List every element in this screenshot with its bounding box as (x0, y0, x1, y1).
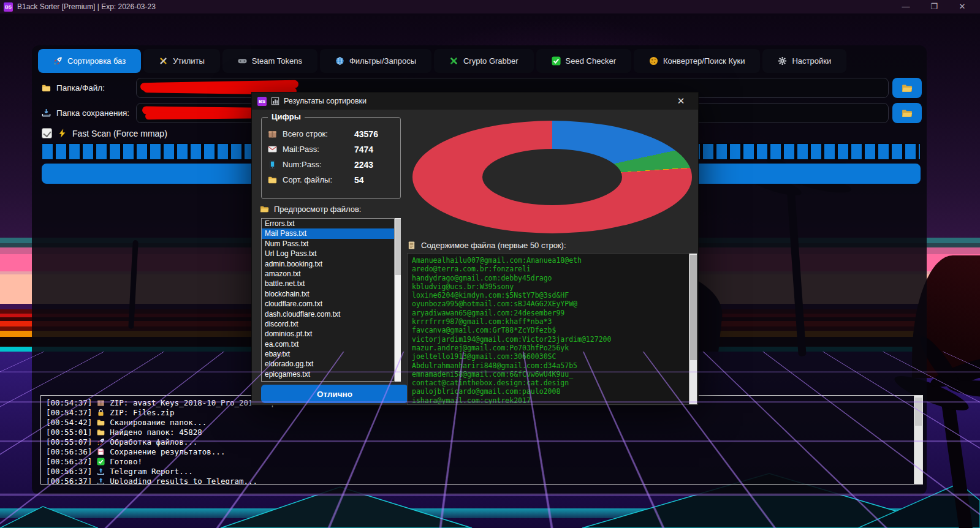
ok-button[interactable]: Отлично (261, 385, 408, 403)
file-list-scrollbar-thumb[interactable] (395, 219, 401, 275)
file-item[interactable]: amazon.txt (262, 269, 400, 279)
content-scrollbar[interactable] (689, 254, 697, 404)
log-line: [00:55:01]Найдено папок: 45828 (46, 427, 911, 437)
save-folder-label: Папка сохранения: (42, 108, 129, 118)
save-icon (42, 108, 51, 118)
lightning-icon (58, 129, 67, 138)
file-item[interactable]: ebay.txt (262, 349, 400, 359)
file-item[interactable]: Mail Pass.txt (262, 228, 400, 238)
files-preview-label: Предпросмотр файлов: (260, 205, 361, 214)
content-line: handydrago@gmail.com:debby45drago (412, 274, 687, 282)
tab-label: Steam Tokens (252, 56, 302, 66)
file-item[interactable]: admin.booking.txt (262, 259, 400, 269)
browse-source-button[interactable] (892, 78, 922, 98)
browse-save-button[interactable] (892, 103, 922, 123)
stats-legend: Цифры (268, 112, 305, 121)
folder-icon (97, 418, 105, 426)
restore-button[interactable]: ❐ (920, 0, 948, 13)
log-line: [00:54:37]ZIP: Files.zip (46, 407, 911, 417)
envelope-icon (268, 145, 277, 154)
donut-chart-ring (412, 121, 692, 233)
content-line: contact@catinthebox.design:cat.design (412, 379, 687, 387)
file-item[interactable]: discord.txt (262, 319, 400, 329)
folder-icon (42, 83, 51, 92)
log-scrollbar-thumb[interactable] (915, 398, 922, 426)
fast-scan-checkbox[interactable] (42, 128, 52, 138)
file-item[interactable]: expressvpn.txt (262, 379, 400, 382)
log-line: [00:56:37]Telegram Report... (46, 467, 911, 477)
file-item[interactable]: cloudflare.com.txt (262, 299, 400, 309)
tab-sort-bases[interactable]: Сортировка баз (38, 49, 141, 73)
content-line: favcanva@gmail.com:GrT88*ZcYDfezb$ (412, 326, 687, 334)
tab-label: Конвертер/Поиск Куки (663, 56, 745, 66)
cookie-icon (649, 56, 658, 66)
content-line: mazur.andrej@gmail.com:Po703hfPo256yk (412, 344, 687, 352)
upload-icon (97, 467, 105, 475)
content-line: aryadiwawan65@gmail.com:24desember99 (412, 309, 687, 317)
tab-label: Seed Checker (566, 56, 616, 66)
content-scrollbar-thumb[interactable] (690, 255, 697, 360)
app-logo: BS (257, 97, 267, 106)
content-line: joeltello1913@gmail.com:30660030SC (412, 352, 687, 361)
file-item[interactable]: blockchain.txt (262, 289, 400, 299)
tab-bar: Сортировка базУтилитыSteam TokensФильтры… (38, 49, 846, 73)
file-item[interactable]: ea.com.txt (262, 339, 400, 349)
file-item[interactable]: Num Pass.txt (262, 239, 400, 249)
tab-seed-checker[interactable]: Seed Checker (536, 49, 631, 73)
stats-fieldset: Цифры Всего строк:43576Mail:Pass:7474Num… (261, 117, 401, 199)
floppy-icon (97, 448, 105, 456)
content-line: victorjardim194@gmail.com:Victor23jardim… (412, 335, 687, 344)
file-item[interactable]: Url Log Pass.txt (262, 249, 400, 258)
tab-utilities[interactable]: Утилиты (143, 49, 220, 73)
file-list[interactable]: Errors.txtMail Pass.txtNum Pass.txtUrl L… (261, 218, 401, 382)
file-content-box[interactable]: Amanuealhailu007@gmail.com:Amanuea18@eth… (407, 253, 697, 405)
package-icon (97, 399, 105, 407)
scroll-icon (407, 241, 416, 250)
content-line: paulojblricardo@gmail.com:paulo2008 (412, 387, 687, 396)
rocket-icon (53, 56, 63, 66)
file-item[interactable]: battle.net.txt (262, 279, 400, 289)
file-list-scrollbar[interactable] (394, 218, 401, 382)
lock-icon (97, 409, 105, 417)
content-line: emnamadeni58@gmail.com:6&fCvw6wU4K9uu_ (412, 370, 687, 379)
minimize-button[interactable]: — (892, 0, 920, 13)
tools-icon (159, 56, 168, 66)
file-item[interactable]: Errors.txt (262, 219, 400, 228)
content-line: aredo@terra.com.br:fonzareli (412, 265, 687, 273)
tab-label: Crypto Grabber (463, 56, 518, 66)
tab-steam-tokens[interactable]: Steam Tokens (222, 49, 317, 73)
app-logo: BS (4, 2, 13, 12)
donut-chart (405, 112, 698, 242)
content-line: kbludvig@ucs.br:W395sony (412, 282, 687, 291)
gear-icon (778, 56, 787, 66)
tab-settings[interactable]: Настройки (762, 49, 846, 73)
modal-close-icon[interactable]: ✕ (669, 92, 693, 110)
file-item[interactable]: dash.cloudflare.com.txt (262, 309, 400, 319)
file-item[interactable]: eldorado.gg.txt (262, 359, 400, 369)
fast-scan-row: Fast Scan (Force mmap) (42, 128, 167, 138)
chart-icon (271, 97, 279, 105)
log-scrollbar[interactable] (914, 396, 922, 484)
close-button[interactable]: ✕ (948, 0, 976, 13)
fast-scan-label: Fast Scan (Force mmap) (72, 129, 167, 138)
stat-row: Num:Pass:2243 (268, 157, 397, 172)
tab-label: Сортировка баз (67, 56, 126, 66)
content-line: ishara@ymail.com:cyntrek2017 (412, 396, 687, 405)
tab-filters-requests[interactable]: Фильтры/Запросы (320, 49, 431, 73)
upload-icon (97, 477, 105, 485)
folder-open-icon (902, 108, 913, 119)
log-line: [00:55:07]Обработка файлов... (46, 437, 911, 447)
results-modal: BS Результаты сортировки ✕ Цифры Всего с… (251, 92, 699, 405)
tab-label: Утилиты (173, 56, 205, 66)
folder-icon (268, 175, 277, 184)
file-item[interactable]: epicgames.txt (262, 369, 400, 379)
tab-crypto-grabber[interactable]: Crypto Grabber (434, 49, 534, 73)
log-line: [00:54:42]Сканирование папок... (46, 417, 911, 427)
stat-row: Mail:Pass:7474 (268, 141, 397, 157)
controller-icon (238, 56, 247, 66)
file-item[interactable]: dominios.pt.txt (262, 329, 400, 339)
tab-label: Настройки (792, 56, 831, 66)
content-line: Abdulrahmanhariri848@gmail.com:d34a57b5 (412, 361, 687, 370)
folder-open-icon (902, 83, 913, 94)
tab-converter-cookies[interactable]: Конвертер/Поиск Куки (634, 49, 760, 73)
